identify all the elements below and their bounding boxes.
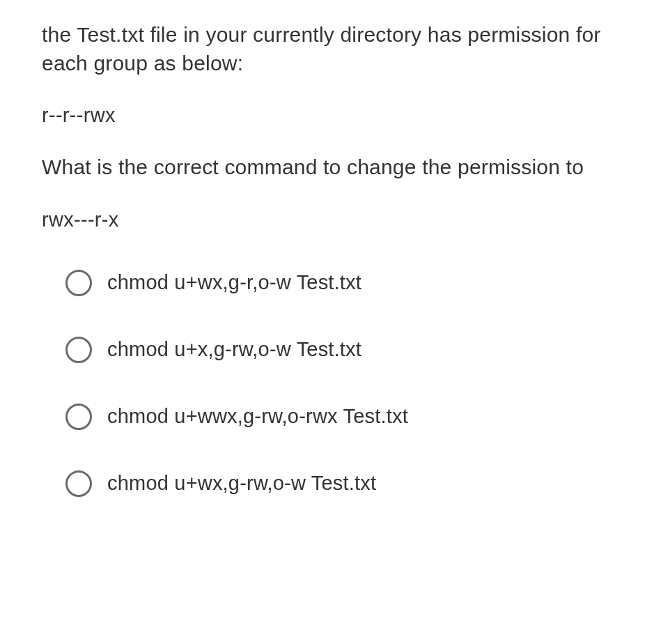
options-list: chmod u+wx,g-r,o-w Test.txt chmod u+x,g-… (42, 270, 619, 497)
option-3[interactable]: chmod u+wwx,g-rw,o-rwx Test.txt (65, 404, 619, 430)
permission-before: r--r--rwx (42, 104, 619, 127)
option-4[interactable]: chmod u+wx,g-rw,o-w Test.txt (65, 470, 619, 497)
option-2[interactable]: chmod u+x,g-rw,o-w Test.txt (65, 337, 619, 363)
option-label: chmod u+wx,g-r,o-w Test.txt (107, 271, 361, 294)
radio-icon[interactable] (65, 337, 92, 363)
option-1[interactable]: chmod u+wx,g-r,o-w Test.txt (65, 270, 619, 296)
option-label: chmod u+wx,g-rw,o-w Test.txt (107, 472, 376, 495)
question-block: the Test.txt file in your currently dire… (42, 21, 619, 231)
option-label: chmod u+wwx,g-rw,o-rwx Test.txt (107, 405, 408, 428)
question-intro: the Test.txt file in your currently dire… (42, 21, 619, 77)
radio-icon[interactable] (65, 470, 92, 497)
radio-icon[interactable] (65, 270, 92, 296)
permission-after: rwx---r-x (42, 208, 619, 231)
question-prompt: What is the correct command to change th… (42, 153, 619, 182)
radio-icon[interactable] (65, 404, 92, 430)
option-label: chmod u+x,g-rw,o-w Test.txt (107, 338, 361, 361)
